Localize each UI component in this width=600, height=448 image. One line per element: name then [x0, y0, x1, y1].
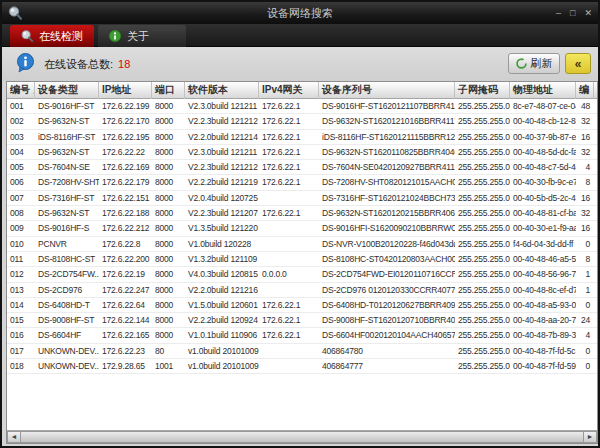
cell: 16 — [576, 221, 594, 236]
table-row[interactable]: 018UNKOWN-DEV...172.9.28.651001v1.0build… — [7, 359, 597, 374]
cell: 172.6.22.1 — [259, 160, 319, 175]
cell: 255.255.255.0 — [455, 99, 510, 114]
column-header-6[interactable]: IPv4网关 — [259, 82, 319, 99]
cell: 004 — [7, 145, 35, 160]
cell: 8000 — [152, 328, 185, 343]
cell: 406864777 — [319, 359, 455, 374]
column-header-label: IPv4网关 — [262, 84, 303, 95]
cell: 8c-e7-48-07-ce-04 — [510, 99, 576, 114]
cell: iDS-8116HF-ST — [35, 130, 99, 145]
column-header-label: IP地址 — [102, 84, 131, 95]
table-row[interactable]: 001DS-9016HF-ST172.6.22.1998000V2.3.0bui… — [7, 99, 597, 114]
table-row[interactable]: 016DS-6604HF172.6.22.1658000V1.0.1build … — [7, 328, 597, 343]
cell: V2.2.3build 121212 — [185, 114, 259, 129]
column-header-label: 软件版本 — [188, 84, 228, 95]
cell: 007 — [7, 191, 35, 206]
table-row[interactable]: 005DS-7604N-SE172.6.22.1698000V2.2.3buil… — [7, 160, 597, 175]
cell: 4 — [576, 328, 594, 343]
table-row[interactable]: 007DS-7316HF-ST172.6.22.1518000V2.0.4bui… — [7, 191, 597, 206]
cell: 013 — [7, 283, 35, 298]
table-row[interactable]: 012DS-2CD754FW...172.6.22.198000V4.0.3bu… — [7, 267, 597, 282]
cell: 172.6.22.23 — [99, 344, 152, 359]
table-row[interactable]: 014DS-6408HD-T172.6.22.648000V1.5.0build… — [7, 298, 597, 313]
cell: 8000 — [152, 237, 185, 252]
table-body: 001DS-9016HF-ST172.6.22.1998000V2.3.0bui… — [7, 99, 597, 374]
tab-label: 在线检测 — [39, 29, 83, 44]
cell: 172.6.22.200 — [99, 252, 152, 267]
tab-about[interactable]: 关于 — [98, 25, 186, 47]
table-row[interactable]: 002DS-9632N-ST172.6.22.1708000V2.2.3buil… — [7, 114, 597, 129]
cell: 00-40-48-5d-dc-fa — [510, 145, 576, 160]
cell: DS-9016HFI-S1620090210BBRRWCVU — [319, 221, 455, 236]
column-header-1[interactable]: 编号△ — [7, 82, 35, 99]
table-row[interactable]: 013DS-2CD976172.6.22.2478000V2.2.0build … — [7, 283, 597, 298]
cell: DS-9016HF-ST1620121107BBRR412... — [319, 99, 455, 114]
cell: DS-7316HF-ST1620121024BBCH731... — [319, 191, 455, 206]
cell — [259, 359, 319, 374]
table-row[interactable]: 011DS-8108HC-ST172.6.22.2008000V1.3.2bui… — [7, 252, 597, 267]
maximize-button[interactable]: □ — [570, 8, 575, 18]
scrollbar-thumb[interactable] — [21, 431, 583, 443]
cell: 00-40-48-aa-20-7a — [510, 313, 576, 328]
column-header-label: 设备序列号 — [322, 84, 372, 95]
cell: V2.2.3build 121212 — [185, 160, 259, 175]
cell: PCNVR — [35, 237, 99, 252]
cell: 172.6.22.1 — [259, 328, 319, 343]
column-header-10[interactable]: 编 — [576, 82, 594, 99]
table-row[interactable]: 004DS-9632N-ST172.6.22.228000V2.3.0build… — [7, 145, 597, 160]
cell: 014 — [7, 298, 35, 313]
scroll-right-arrow-icon[interactable]: ► — [583, 431, 597, 443]
cell: DS-9632N-ST1620120215BBRR4069... — [319, 206, 455, 221]
cell: DS-9632N-ST — [35, 145, 99, 160]
cell: 1001 — [152, 359, 185, 374]
refresh-button[interactable]: 刷新 — [508, 53, 560, 74]
minimize-button[interactable]: – — [556, 8, 561, 18]
cell: 00-40-48-56-96-76 — [510, 267, 576, 282]
cell: 172.6.22.179 — [99, 175, 152, 190]
column-header-3[interactable]: IP地址 — [99, 82, 152, 99]
cell: V4.0.3build 120815 — [185, 267, 259, 282]
cell: 172.6.22.212 — [99, 221, 152, 236]
column-header-8[interactable]: 子网掩码 — [455, 82, 510, 99]
table-row[interactable]: 015DS-9008HF-ST172.6.22.1448000V2.2.2bui… — [7, 313, 597, 328]
online-count-value: 18 — [113, 58, 130, 70]
table-row[interactable]: 010PCNVR172.6.22.88000V1.0build 120228DS… — [7, 237, 597, 252]
column-header-5[interactable]: 软件版本 — [185, 82, 259, 99]
cell: DS-9016HF-ST — [35, 99, 99, 114]
cell: 172.6.22.19 — [99, 267, 152, 282]
cell: 018 — [7, 359, 35, 374]
close-button[interactable]: ✕ — [584, 8, 592, 18]
cell: 172.9.28.65 — [99, 359, 152, 374]
collapse-panel-button[interactable]: « — [565, 53, 591, 74]
cell: 255.255.255.0 — [455, 160, 510, 175]
cell: 172.6.22.1 — [259, 145, 319, 160]
info-balloon-icon — [16, 53, 35, 73]
table-row[interactable]: 008DS-9632N-ST172.6.22.1888000V2.2.3buil… — [7, 206, 597, 221]
scroll-left-arrow-icon[interactable]: ◄ — [7, 431, 21, 443]
status-toolbar: 在线设备总数:18 刷新 « — [2, 47, 598, 81]
title-bar[interactable]: 设备网络搜索 – □ ✕ — [2, 2, 598, 24]
horizontal-scrollbar[interactable]: ◄ ► — [7, 430, 597, 443]
cell: 011 — [7, 252, 35, 267]
column-header-2[interactable]: 设备类型 — [35, 82, 99, 99]
tab-online-detect[interactable]: 在线检测 — [10, 25, 94, 47]
cell: 16 — [576, 130, 594, 145]
column-header-9[interactable]: 物理地址 — [510, 82, 576, 99]
cell: 4 — [576, 160, 594, 175]
online-device-count: 在线设备总数:18 — [44, 57, 130, 72]
cell: 1 — [576, 267, 594, 282]
cell — [259, 237, 319, 252]
cell: 406864780 — [319, 344, 455, 359]
table-row[interactable]: 006DS-7208HV-SHT172.6.22.1798000V2.2.2bu… — [7, 175, 597, 190]
cell: 006 — [7, 175, 35, 190]
table-row[interactable]: 017UNKOWN-DEV...172.6.22.2380v1.0build 2… — [7, 344, 597, 359]
column-header-4[interactable]: 端口 — [152, 82, 185, 99]
cell: V2.3.0build 121211 — [185, 145, 259, 160]
cell: 8000 — [152, 267, 185, 282]
cell: 1 — [576, 283, 594, 298]
table-row[interactable]: 009DS-9016HF-S172.6.22.2128000V1.3.5buil… — [7, 221, 597, 236]
column-header-7[interactable]: 设备序列号 — [319, 82, 455, 99]
table-row[interactable]: 003iDS-8116HF-ST172.6.22.1958000V2.2.0bu… — [7, 130, 597, 145]
column-header-label: 设备类型 — [38, 84, 78, 95]
cell: 012 — [7, 267, 35, 282]
